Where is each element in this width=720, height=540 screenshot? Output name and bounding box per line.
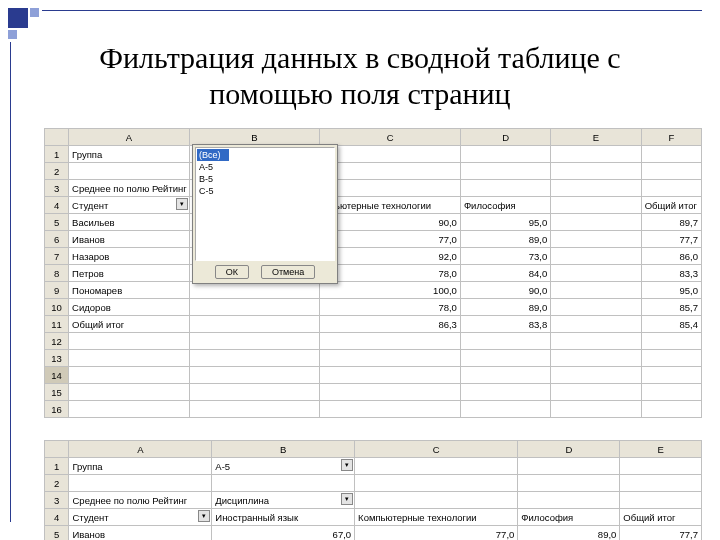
- cell[interactable]: 100,0: [320, 282, 461, 299]
- col-header[interactable]: A: [69, 441, 212, 458]
- cell[interactable]: 73,0: [460, 248, 550, 265]
- cell[interactable]: [641, 180, 701, 197]
- row-header[interactable]: 11: [45, 316, 69, 333]
- row-header[interactable]: 6: [45, 231, 69, 248]
- cell[interactable]: [460, 384, 550, 401]
- cell[interactable]: 92,0: [320, 248, 461, 265]
- cell[interactable]: [620, 458, 702, 475]
- cell[interactable]: [551, 333, 641, 350]
- cell[interactable]: [355, 475, 518, 492]
- corner-header[interactable]: [45, 441, 69, 458]
- cell[interactable]: Студент▾: [69, 197, 190, 214]
- cell[interactable]: Пономарев: [69, 282, 190, 299]
- cell[interactable]: 83,8: [460, 316, 550, 333]
- cell[interactable]: 90,0: [320, 214, 461, 231]
- cell[interactable]: 77,0: [320, 231, 461, 248]
- cell[interactable]: [460, 146, 550, 163]
- col-header[interactable]: E: [551, 129, 641, 146]
- cell[interactable]: мпьютерные технологии: [320, 197, 461, 214]
- cell[interactable]: [551, 180, 641, 197]
- row-header[interactable]: 1: [45, 146, 69, 163]
- row-header[interactable]: 4: [45, 509, 69, 526]
- cell[interactable]: [551, 350, 641, 367]
- cell[interactable]: 90,0: [460, 282, 550, 299]
- cell[interactable]: Общий итог: [641, 197, 701, 214]
- cell[interactable]: [69, 163, 190, 180]
- row-header[interactable]: 9: [45, 282, 69, 299]
- cell[interactable]: Петров: [69, 265, 190, 282]
- cell[interactable]: [551, 214, 641, 231]
- cell[interactable]: [320, 333, 461, 350]
- cell[interactable]: [320, 180, 461, 197]
- cell[interactable]: [460, 350, 550, 367]
- cell[interactable]: [551, 299, 641, 316]
- cell[interactable]: 67,0: [212, 526, 355, 541]
- col-header[interactable]: B: [212, 441, 355, 458]
- cell[interactable]: [320, 350, 461, 367]
- col-header[interactable]: C: [320, 129, 461, 146]
- cell[interactable]: Назаров: [69, 248, 190, 265]
- cell[interactable]: [189, 384, 320, 401]
- row-header[interactable]: 7: [45, 248, 69, 265]
- ok-button[interactable]: ОК: [215, 265, 249, 279]
- cell[interactable]: Васильев: [69, 214, 190, 231]
- corner-header[interactable]: [45, 129, 69, 146]
- cell[interactable]: 83,3: [641, 265, 701, 282]
- col-header[interactable]: F: [641, 129, 701, 146]
- cell[interactable]: 77,7: [641, 231, 701, 248]
- cell[interactable]: Компьютерные технологии: [355, 509, 518, 526]
- row-header[interactable]: 5: [45, 526, 69, 541]
- cell[interactable]: [320, 163, 461, 180]
- cell[interactable]: 95,0: [641, 282, 701, 299]
- row-header[interactable]: 2: [45, 475, 69, 492]
- cell[interactable]: [551, 265, 641, 282]
- col-header[interactable]: E: [620, 441, 702, 458]
- row-header[interactable]: 16: [45, 401, 69, 418]
- cell[interactable]: [69, 367, 190, 384]
- col-header[interactable]: A: [69, 129, 190, 146]
- cell[interactable]: [551, 282, 641, 299]
- filter-option[interactable]: С-5: [197, 185, 333, 197]
- cell[interactable]: Общий итог: [69, 316, 190, 333]
- cell[interactable]: [69, 350, 190, 367]
- cell[interactable]: [320, 146, 461, 163]
- cell[interactable]: [189, 299, 320, 316]
- cell[interactable]: Среднее по полю Рейтинг: [69, 492, 212, 509]
- cell[interactable]: Студент▾: [69, 509, 212, 526]
- cell[interactable]: А-5▾: [212, 458, 355, 475]
- cell[interactable]: [212, 475, 355, 492]
- cell[interactable]: Иванов: [69, 231, 190, 248]
- cell[interactable]: 86,3: [320, 316, 461, 333]
- cell[interactable]: Дисциплина▾: [212, 492, 355, 509]
- cell[interactable]: [641, 367, 701, 384]
- cell[interactable]: [69, 475, 212, 492]
- cell[interactable]: [355, 458, 518, 475]
- filter-list[interactable]: (Все)А-5В-5С-5: [195, 147, 335, 261]
- cell[interactable]: [518, 475, 620, 492]
- cell[interactable]: 95,0: [460, 214, 550, 231]
- cell[interactable]: Философия: [518, 509, 620, 526]
- cell[interactable]: [460, 333, 550, 350]
- cell[interactable]: [518, 458, 620, 475]
- cell[interactable]: [551, 231, 641, 248]
- cell[interactable]: Группа: [69, 146, 190, 163]
- filter-option[interactable]: А-5: [197, 161, 333, 173]
- cell[interactable]: 89,0: [518, 526, 620, 541]
- dropdown-arrow-icon[interactable]: ▾: [176, 198, 188, 210]
- cell[interactable]: [460, 367, 550, 384]
- cell[interactable]: [460, 163, 550, 180]
- cell[interactable]: Иностранный язык: [212, 509, 355, 526]
- cell[interactable]: [320, 401, 461, 418]
- cell[interactable]: [320, 367, 461, 384]
- cell[interactable]: [551, 316, 641, 333]
- row-header[interactable]: 1: [45, 458, 69, 475]
- filter-option[interactable]: В-5: [197, 173, 333, 185]
- cell[interactable]: [551, 248, 641, 265]
- cell[interactable]: [620, 492, 702, 509]
- cell[interactable]: [551, 384, 641, 401]
- cell[interactable]: [189, 316, 320, 333]
- cell[interactable]: Сидоров: [69, 299, 190, 316]
- row-header[interactable]: 5: [45, 214, 69, 231]
- cell[interactable]: [641, 384, 701, 401]
- cell[interactable]: 86,0: [641, 248, 701, 265]
